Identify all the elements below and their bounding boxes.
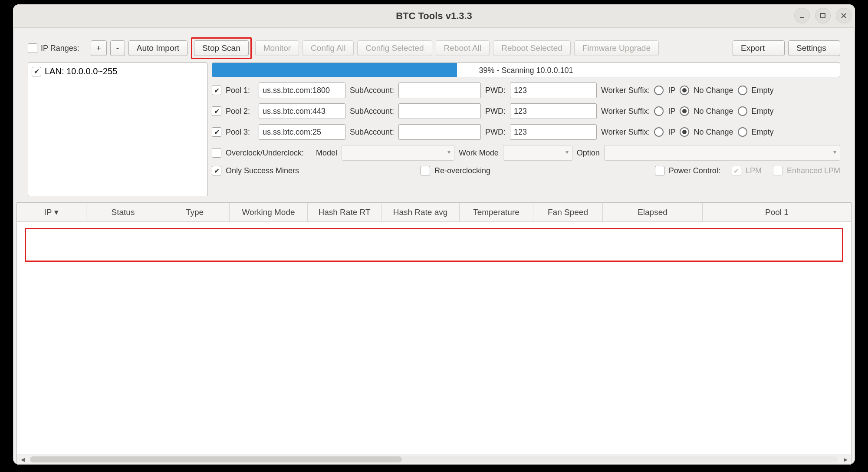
pool-3-pwd-input[interactable] bbox=[510, 124, 597, 140]
export-button[interactable]: Export bbox=[733, 40, 785, 56]
firmware-upgrade-button[interactable]: Firmware Upgrade bbox=[574, 40, 659, 56]
overclock-label: Overclock/Underclock: bbox=[226, 149, 304, 158]
scroll-thumb[interactable] bbox=[30, 456, 402, 462]
horizontal-scrollbar[interactable]: ◂ ▸ bbox=[17, 454, 851, 464]
pool-2-ws-ip-label: IP bbox=[668, 107, 675, 116]
pool-2-sub-input[interactable] bbox=[398, 103, 481, 119]
power-control-checkbox[interactable] bbox=[655, 166, 664, 175]
reoverclock-label: Re-overclocking bbox=[434, 166, 490, 175]
scroll-left-icon[interactable]: ◂ bbox=[17, 455, 28, 464]
pool-2-label: Pool 2: bbox=[226, 107, 254, 116]
pool-3-url-input[interactable] bbox=[259, 124, 345, 140]
scan-progress-text: 39% - Scanning 10.0.0.101 bbox=[212, 63, 840, 77]
auto-import-button[interactable]: Auto Import bbox=[128, 40, 187, 56]
elpm-checkbox bbox=[773, 166, 783, 175]
model-select[interactable] bbox=[342, 145, 454, 161]
pool-3-ws-empty-label: Empty bbox=[752, 128, 774, 137]
pool-3-ws-empty-radio[interactable] bbox=[738, 127, 747, 137]
pool-1-sub-label: SubAccount: bbox=[350, 86, 394, 95]
ip-range-item-checkbox[interactable] bbox=[32, 67, 41, 76]
pool-3-sub-label: SubAccount: bbox=[350, 128, 394, 137]
pool-2-ws-ip-radio[interactable] bbox=[654, 106, 664, 116]
pool-2-pwd-input[interactable] bbox=[510, 103, 597, 119]
settings-button[interactable]: Settings bbox=[788, 40, 840, 56]
window-controls bbox=[794, 8, 852, 23]
stop-scan-button[interactable]: Stop Scan bbox=[194, 40, 249, 56]
stop-scan-highlight: Stop Scan bbox=[191, 37, 252, 59]
option-select[interactable] bbox=[604, 145, 840, 161]
reboot-all-button[interactable]: Reboot All bbox=[436, 40, 490, 56]
monitor-button[interactable]: Monitor bbox=[255, 40, 299, 56]
pool-2-checkbox[interactable] bbox=[212, 106, 221, 116]
scan-progress: 39% - Scanning 10.0.0.101 bbox=[212, 63, 840, 77]
pool-3-pwd-label: PWD: bbox=[485, 128, 506, 137]
pool-3-ws-nochange-radio[interactable] bbox=[680, 127, 689, 137]
window-title: BTC Tools v1.3.3 bbox=[396, 10, 472, 22]
pool-1-url-input[interactable] bbox=[259, 83, 345, 98]
pool-1-ws-ip-radio[interactable] bbox=[654, 86, 664, 95]
svg-rect-1 bbox=[821, 13, 825, 18]
col-type[interactable]: Type bbox=[160, 203, 230, 221]
table-header: IP▾ Status Type Working Mode Hash Rate R… bbox=[17, 203, 851, 222]
pool-3-ws-ip-radio[interactable] bbox=[654, 127, 664, 137]
flags-row: Only Success Miners Re-overclocking Powe… bbox=[212, 166, 840, 175]
col-pool-1[interactable]: Pool 1 bbox=[703, 203, 851, 221]
pool-1-ws-ip-label: IP bbox=[668, 86, 675, 95]
model-label: Model bbox=[316, 149, 337, 158]
pool-2-pwd-label: PWD: bbox=[485, 107, 506, 116]
pool-1-ws-empty-label: Empty bbox=[752, 86, 774, 95]
pool-3-ws-label: Worker Suffix: bbox=[601, 128, 650, 137]
pool-1-ws-nochange-radio[interactable] bbox=[680, 86, 689, 95]
col-fan-speed[interactable]: Fan Speed bbox=[533, 203, 603, 221]
only-success-checkbox[interactable] bbox=[212, 166, 221, 175]
col-elapsed[interactable]: Elapsed bbox=[603, 203, 703, 221]
pool-1-pwd-input[interactable] bbox=[510, 83, 597, 98]
pool-2-ws-label: Worker Suffix: bbox=[601, 107, 650, 116]
pool-2-sub-label: SubAccount: bbox=[350, 107, 394, 116]
app-window: BTC Tools v1.3.3 IP Ranges: + - Auto Imp… bbox=[13, 4, 855, 465]
pool-3-ws-nochange-label: No Change bbox=[694, 128, 733, 137]
pool-3-checkbox[interactable] bbox=[212, 127, 221, 137]
config-all-button[interactable]: Config All bbox=[302, 40, 354, 56]
ip-range-item-label: LAN: 10.0.0.0~255 bbox=[45, 66, 117, 76]
table-body[interactable] bbox=[17, 222, 851, 454]
power-control-label: Power Control: bbox=[669, 166, 720, 175]
col-hashrate-rt[interactable]: Hash Rate RT bbox=[308, 203, 381, 221]
add-range-button[interactable]: + bbox=[91, 40, 107, 56]
reoverclock-checkbox[interactable] bbox=[421, 166, 430, 175]
pool-2-ws-nochange-radio[interactable] bbox=[680, 106, 689, 116]
scroll-right-icon[interactable]: ▸ bbox=[840, 455, 851, 464]
pool-1-ws-nochange-label: No Change bbox=[694, 86, 733, 95]
lpm-label: LPM bbox=[746, 166, 762, 175]
maximize-button[interactable] bbox=[815, 8, 831, 23]
col-working-mode[interactable]: Working Mode bbox=[230, 203, 308, 221]
pool-1-sub-input[interactable] bbox=[398, 83, 481, 98]
pool-3-label: Pool 3: bbox=[226, 128, 254, 137]
ip-range-item[interactable]: LAN: 10.0.0.0~255 bbox=[32, 66, 204, 77]
overclock-row: Overclock/Underclock: Model Work Mode Op… bbox=[212, 145, 840, 161]
pool-1-checkbox[interactable] bbox=[212, 86, 221, 95]
col-hashrate-avg[interactable]: Hash Rate avg bbox=[381, 203, 460, 221]
pool-1-pwd-label: PWD: bbox=[485, 86, 506, 95]
pool-1-ws-empty-radio[interactable] bbox=[738, 86, 747, 95]
col-ip[interactable]: IP▾ bbox=[17, 203, 86, 221]
remove-range-button[interactable]: - bbox=[110, 40, 125, 56]
pool-2-row: Pool 2: SubAccount: PWD: Worker Suffix: … bbox=[212, 103, 840, 119]
col-status[interactable]: Status bbox=[86, 203, 160, 221]
pool-3-sub-input[interactable] bbox=[398, 124, 481, 140]
overclock-checkbox[interactable] bbox=[212, 148, 221, 158]
only-success-label: Only Success Miners bbox=[226, 166, 299, 175]
minimize-button[interactable] bbox=[794, 8, 810, 23]
config-selected-button[interactable]: Config Selected bbox=[357, 40, 432, 56]
sort-icon: ▾ bbox=[54, 207, 59, 217]
reboot-selected-button[interactable]: Reboot Selected bbox=[493, 40, 571, 56]
close-button[interactable] bbox=[836, 8, 852, 23]
pool-1-label: Pool 1: bbox=[226, 86, 254, 95]
pool-2-url-input[interactable] bbox=[259, 103, 345, 119]
scroll-track[interactable] bbox=[30, 456, 838, 462]
pool-2-ws-empty-radio[interactable] bbox=[738, 106, 747, 116]
workmode-select[interactable] bbox=[503, 145, 572, 161]
ip-range-list[interactable]: LAN: 10.0.0.0~255 bbox=[28, 63, 207, 196]
ip-ranges-checkbox[interactable] bbox=[28, 43, 37, 53]
col-temperature[interactable]: Temperature bbox=[460, 203, 533, 221]
